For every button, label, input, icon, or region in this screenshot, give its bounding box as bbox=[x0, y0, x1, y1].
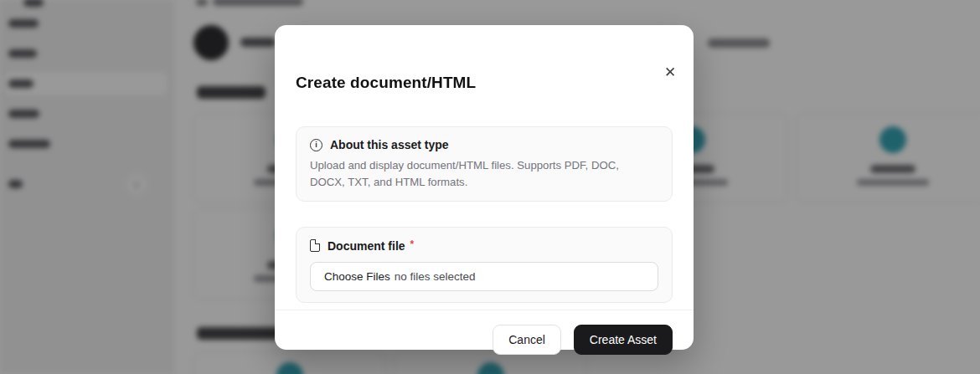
cancel-button[interactable]: Cancel bbox=[493, 325, 561, 355]
file-input-status-text: no files selected bbox=[395, 270, 476, 283]
document-file-field-box: Document file* Choose Files no files sel… bbox=[296, 227, 673, 303]
create-asset-button[interactable]: Create Asset bbox=[574, 325, 673, 355]
footer-divider bbox=[275, 310, 694, 310]
modal-title: Create document/HTML bbox=[296, 74, 476, 92]
choose-files-button-text[interactable]: Choose Files bbox=[324, 270, 390, 283]
about-body-text: Upload and display document/HTML files. … bbox=[310, 157, 658, 190]
about-asset-type-box: i About this asset type Upload and displ… bbox=[296, 126, 673, 202]
about-heading: About this asset type bbox=[330, 138, 449, 151]
document-file-label: Document file* bbox=[328, 238, 414, 253]
required-asterisk: * bbox=[410, 238, 415, 250]
screen: › bbox=[0, 0, 980, 374]
modal-footer: Cancel Create Asset bbox=[493, 325, 673, 355]
create-document-modal: Create document/HTML ✕ i About this asse… bbox=[275, 25, 694, 350]
file-icon bbox=[310, 239, 320, 252]
close-icon[interactable]: ✕ bbox=[661, 64, 679, 82]
info-icon: i bbox=[310, 139, 322, 151]
file-input[interactable]: Choose Files no files selected bbox=[310, 262, 658, 291]
